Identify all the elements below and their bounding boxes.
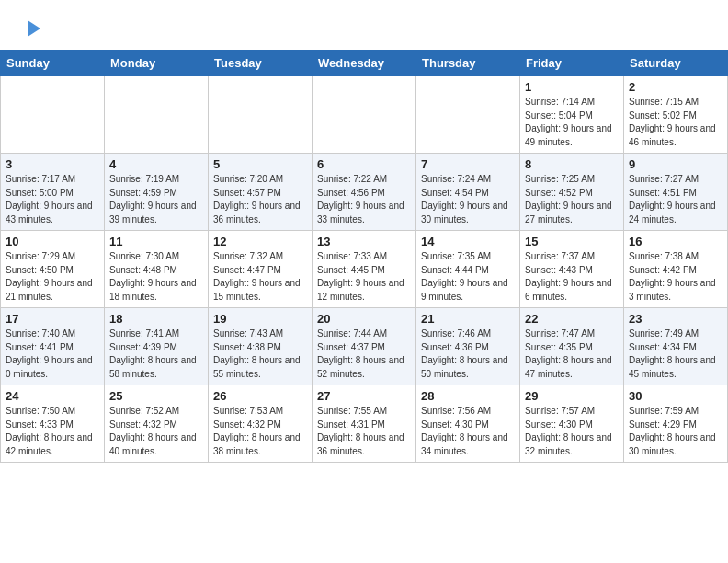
day-number: 9 — [629, 157, 722, 171]
calendar-cell: 11Sunrise: 7:30 AM Sunset: 4:48 PM Dayli… — [105, 231, 209, 308]
day-number: 24 — [6, 389, 99, 403]
day-info: Sunrise: 7:25 AM Sunset: 4:52 PM Dayligh… — [525, 173, 619, 226]
day-number: 28 — [421, 389, 515, 403]
day-number: 16 — [629, 235, 722, 248]
day-info: Sunrise: 7:14 AM Sunset: 5:04 PM Dayligh… — [525, 96, 619, 149]
day-info: Sunrise: 7:52 AM Sunset: 4:32 PM Dayligh… — [109, 405, 203, 458]
day-info: Sunrise: 7:50 AM Sunset: 4:33 PM Dayligh… — [6, 405, 99, 458]
day-info: Sunrise: 7:32 AM Sunset: 4:47 PM Dayligh… — [213, 250, 307, 304]
day-info: Sunrise: 7:49 AM Sunset: 4:34 PM Dayligh… — [629, 327, 722, 381]
day-number: 11 — [109, 235, 203, 248]
day-info: Sunrise: 7:44 AM Sunset: 4:37 PM Dayligh… — [317, 327, 411, 381]
svg-marker-0 — [28, 20, 40, 37]
calendar-cell: 3Sunrise: 7:17 AM Sunset: 5:00 PM Daylig… — [1, 154, 105, 231]
logo-arrow-icon — [20, 15, 48, 42]
calendar-cell: 19Sunrise: 7:43 AM Sunset: 4:38 PM Dayli… — [209, 308, 313, 385]
day-info: Sunrise: 7:17 AM Sunset: 5:00 PM Dayligh… — [6, 173, 99, 226]
calendar-table: SundayMondayTuesdayWednesdayThursdayFrid… — [0, 50, 728, 463]
day-number: 18 — [109, 312, 203, 326]
day-info: Sunrise: 7:20 AM Sunset: 4:57 PM Dayligh… — [213, 173, 307, 226]
day-info: Sunrise: 7:35 AM Sunset: 4:44 PM Dayligh… — [421, 250, 515, 304]
week-row-3: 10Sunrise: 7:29 AM Sunset: 4:50 PM Dayli… — [1, 231, 728, 308]
day-number: 21 — [421, 312, 515, 326]
day-number: 5 — [213, 157, 307, 171]
day-info: Sunrise: 7:43 AM Sunset: 4:38 PM Dayligh… — [213, 327, 307, 381]
day-number: 26 — [213, 389, 307, 403]
calendar-cell: 1Sunrise: 7:14 AM Sunset: 5:04 PM Daylig… — [520, 76, 624, 154]
weekday-header-tuesday: Tuesday — [209, 51, 313, 76]
calendar-cell: 29Sunrise: 7:57 AM Sunset: 4:30 PM Dayli… — [520, 385, 624, 463]
calendar-cell: 15Sunrise: 7:37 AM Sunset: 4:43 PM Dayli… — [520, 231, 624, 308]
day-number: 4 — [109, 157, 203, 171]
calendar-cell: 26Sunrise: 7:53 AM Sunset: 4:32 PM Dayli… — [209, 385, 313, 463]
day-number: 6 — [317, 157, 411, 171]
calendar-cell — [416, 76, 520, 154]
calendar-cell: 22Sunrise: 7:47 AM Sunset: 4:35 PM Dayli… — [520, 308, 624, 385]
weekday-header-saturday: Saturday — [624, 51, 728, 76]
calendar-cell: 8Sunrise: 7:25 AM Sunset: 4:52 PM Daylig… — [520, 154, 624, 231]
day-info: Sunrise: 7:22 AM Sunset: 4:56 PM Dayligh… — [317, 173, 411, 226]
day-number: 23 — [629, 312, 722, 326]
calendar-cell: 27Sunrise: 7:55 AM Sunset: 4:31 PM Dayli… — [313, 385, 416, 463]
day-number: 10 — [6, 235, 99, 248]
calendar-cell — [1, 76, 105, 154]
day-info: Sunrise: 7:33 AM Sunset: 4:45 PM Dayligh… — [317, 250, 411, 304]
calendar-cell: 30Sunrise: 7:59 AM Sunset: 4:29 PM Dayli… — [624, 385, 728, 463]
weekday-header-row: SundayMondayTuesdayWednesdayThursdayFrid… — [1, 51, 728, 76]
day-number: 20 — [317, 312, 411, 326]
day-number: 13 — [317, 235, 411, 248]
day-number: 8 — [525, 157, 619, 171]
day-info: Sunrise: 7:29 AM Sunset: 4:50 PM Dayligh… — [6, 250, 99, 304]
calendar-cell: 10Sunrise: 7:29 AM Sunset: 4:50 PM Dayli… — [1, 231, 105, 308]
day-info: Sunrise: 7:55 AM Sunset: 4:31 PM Dayligh… — [317, 405, 411, 458]
calendar-cell: 2Sunrise: 7:15 AM Sunset: 5:02 PM Daylig… — [624, 76, 728, 154]
calendar-cell: 6Sunrise: 7:22 AM Sunset: 4:56 PM Daylig… — [313, 154, 416, 231]
day-info: Sunrise: 7:47 AM Sunset: 4:35 PM Dayligh… — [525, 327, 619, 381]
day-number: 22 — [525, 312, 619, 326]
day-number: 30 — [629, 389, 722, 403]
calendar-cell — [313, 76, 416, 154]
day-info: Sunrise: 7:46 AM Sunset: 4:36 PM Dayligh… — [421, 327, 515, 381]
day-info: Sunrise: 7:30 AM Sunset: 4:48 PM Dayligh… — [109, 250, 203, 304]
day-info: Sunrise: 7:19 AM Sunset: 4:59 PM Dayligh… — [109, 173, 203, 226]
calendar-cell: 13Sunrise: 7:33 AM Sunset: 4:45 PM Dayli… — [313, 231, 416, 308]
day-info: Sunrise: 7:57 AM Sunset: 4:30 PM Dayligh… — [525, 405, 619, 458]
day-number: 27 — [317, 389, 411, 403]
calendar-cell: 21Sunrise: 7:46 AM Sunset: 4:36 PM Dayli… — [416, 308, 520, 385]
day-number: 15 — [525, 235, 619, 248]
day-number: 12 — [213, 235, 307, 248]
day-info: Sunrise: 7:41 AM Sunset: 4:39 PM Dayligh… — [109, 327, 203, 381]
day-info: Sunrise: 7:37 AM Sunset: 4:43 PM Dayligh… — [525, 250, 619, 304]
calendar-cell: 24Sunrise: 7:50 AM Sunset: 4:33 PM Dayli… — [1, 385, 105, 463]
calendar-cell: 5Sunrise: 7:20 AM Sunset: 4:57 PM Daylig… — [209, 154, 313, 231]
calendar-cell — [105, 76, 209, 154]
day-number: 14 — [421, 235, 515, 248]
weekday-header-sunday: Sunday — [1, 51, 105, 76]
weekday-header-thursday: Thursday — [416, 51, 520, 76]
logo — [18, 17, 48, 42]
week-row-1: 1Sunrise: 7:14 AM Sunset: 5:04 PM Daylig… — [1, 76, 728, 154]
calendar-cell — [209, 76, 313, 154]
day-number: 3 — [6, 157, 99, 171]
day-info: Sunrise: 7:38 AM Sunset: 4:42 PM Dayligh… — [629, 250, 722, 304]
day-number: 29 — [525, 389, 619, 403]
day-info: Sunrise: 7:27 AM Sunset: 4:51 PM Dayligh… — [629, 173, 722, 226]
week-row-2: 3Sunrise: 7:17 AM Sunset: 5:00 PM Daylig… — [1, 154, 728, 231]
day-info: Sunrise: 7:40 AM Sunset: 4:41 PM Dayligh… — [6, 327, 99, 381]
calendar-cell: 28Sunrise: 7:56 AM Sunset: 4:30 PM Dayli… — [416, 385, 520, 463]
day-info: Sunrise: 7:24 AM Sunset: 4:54 PM Dayligh… — [421, 173, 515, 226]
calendar-cell: 17Sunrise: 7:40 AM Sunset: 4:41 PM Dayli… — [1, 308, 105, 385]
day-number: 1 — [525, 80, 619, 94]
day-info: Sunrise: 7:56 AM Sunset: 4:30 PM Dayligh… — [421, 405, 515, 458]
calendar-cell: 14Sunrise: 7:35 AM Sunset: 4:44 PM Dayli… — [416, 231, 520, 308]
page-header — [0, 0, 728, 50]
day-number: 2 — [629, 80, 722, 94]
day-number: 25 — [109, 389, 203, 403]
weekday-header-friday: Friday — [520, 51, 624, 76]
weekday-header-monday: Monday — [105, 51, 209, 76]
day-number: 7 — [421, 157, 515, 171]
calendar-cell: 20Sunrise: 7:44 AM Sunset: 4:37 PM Dayli… — [313, 308, 416, 385]
weekday-header-wednesday: Wednesday — [313, 51, 416, 76]
day-info: Sunrise: 7:59 AM Sunset: 4:29 PM Dayligh… — [629, 405, 722, 458]
day-number: 19 — [213, 312, 307, 326]
